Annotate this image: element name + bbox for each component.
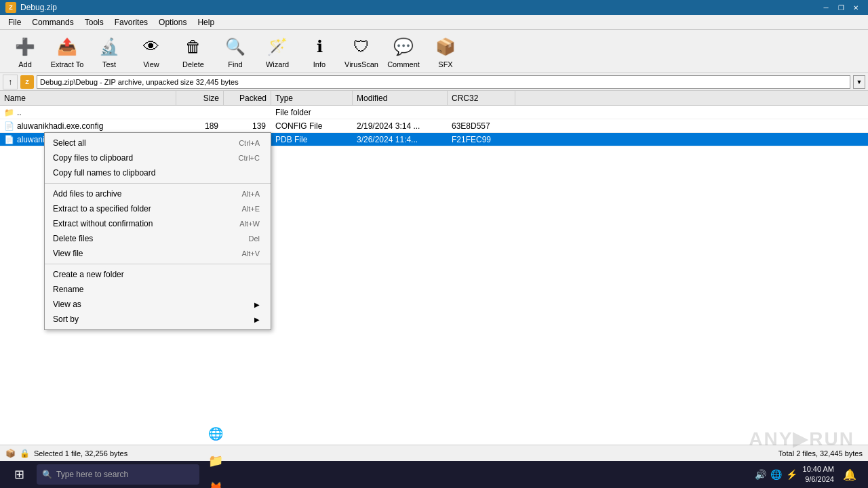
toolbar-label-find: Find (228, 60, 242, 68)
clock[interactable]: 10:40 AM 9/6/2024 (803, 464, 834, 485)
toolbar-label-sfx: SFX (438, 60, 452, 68)
taskbar-app-firefox[interactable]: 🦊 (201, 474, 231, 488)
nav-up-button[interactable]: ↑ (3, 75, 18, 89)
toolbar-icon-wizard: 🪄 (265, 35, 290, 59)
toolbar-icon-find: 🔍 (223, 35, 248, 59)
toolbar-btn-add[interactable]: ➕ Add (5, 33, 45, 70)
tray-icon-1: 🔊 (755, 469, 766, 480)
status-total-text: Total 2 files, 32,445 bytes (778, 449, 863, 458)
col-header-type[interactable]: Type (271, 91, 353, 105)
file-row[interactable]: 📄aluwanikhadi.exe.config189139CONFIG Fil… (0, 119, 868, 133)
col-header-packed[interactable]: Packed (224, 91, 271, 105)
context-menu-item-view-file[interactable]: View fileAlt+V (45, 246, 271, 261)
col-header-size[interactable]: Size (176, 91, 224, 105)
minimize-button[interactable]: ─ (819, 3, 833, 12)
taskbar-app-edge[interactable]: 🌐 (201, 420, 231, 447)
notification-button[interactable]: 🔔 (840, 461, 860, 488)
context-menu-shortcut: Ctrl+C (239, 154, 260, 162)
close-button[interactable]: ✕ (849, 3, 863, 12)
context-menu-item-copy-full-names-to-clipboard[interactable]: Copy full names to clipboard (45, 165, 271, 180)
context-menu-item-delete-files[interactable]: Delete filesDel (45, 231, 271, 246)
menu-item-commands[interactable]: Commands (26, 16, 79, 28)
col-header-modified[interactable]: Modified (353, 91, 448, 105)
address-input[interactable] (37, 75, 850, 89)
context-menu-shortcut: Del (248, 235, 260, 243)
context-menu-item-label: Sort by (53, 314, 79, 324)
context-menu-item-copy-files-to-clipboard[interactable]: Copy files to clipboardCtrl+C (45, 150, 271, 165)
toolbar-btn-view[interactable]: 👁 View (132, 33, 171, 70)
toolbar-btn-extract-to[interactable]: 📤 Extract To (47, 33, 87, 70)
toolbar-icon-view: 👁 (139, 35, 163, 59)
status-icon-1: 📦 (5, 449, 16, 458)
toolbar-btn-sfx[interactable]: 📦 SFX (426, 33, 465, 70)
toolbar-label-view: View (143, 60, 159, 68)
context-menu-item-label: View as (53, 300, 81, 309)
context-menu-item-label: Copy full names to clipboard (53, 168, 155, 178)
context-menu-item-extract-to-a-specified-folder[interactable]: Extract to a specified folderAlt+E (45, 201, 271, 216)
title-text: Debug.zip (20, 3, 819, 12)
toolbar-btn-comment[interactable]: 💬 Comment (384, 33, 423, 70)
context-menu-shortcut: Alt+A (241, 190, 260, 198)
context-menu-divider (45, 264, 271, 264)
menu-item-favorites[interactable]: Favorites (109, 16, 153, 28)
context-menu-item-add-files-to-archive[interactable]: Add files to archiveAlt+A (45, 186, 271, 201)
context-menu-item-rename[interactable]: Rename (45, 282, 271, 297)
watermark: ANY▶RUN (749, 428, 854, 450)
context-menu-shortcut: Alt+W (239, 220, 260, 228)
context-menu-item-label: Select all (53, 138, 86, 148)
address-bar: ↑ Z ▼ (0, 73, 868, 91)
context-menu-item-create-a-new-folder[interactable]: Create a new folder (45, 267, 271, 282)
context-menu-item-select-all[interactable]: Select allCtrl+A (45, 136, 271, 150)
toolbar-btn-delete[interactable]: 🗑 Delete (174, 33, 213, 70)
toolbar-label-wizard: Wizard (266, 60, 289, 68)
file-icon: 📄 (4, 121, 14, 131)
context-menu-item-label: Rename (53, 285, 83, 294)
toolbar-btn-find[interactable]: 🔍 Find (216, 33, 255, 70)
context-menu-item-view-as[interactable]: View as▶ (45, 297, 271, 312)
context-menu-item-label: Create a new folder (53, 270, 124, 279)
toolbar-label-virusscan: VirusScan (344, 60, 378, 68)
toolbar-btn-virusscan[interactable]: 🛡 VirusScan (342, 33, 381, 70)
menu-bar: FileCommandsToolsFavoritesOptionsHelp (0, 15, 868, 30)
tray-icon-2: 🌐 (770, 469, 782, 480)
file-cell-modified: 2/19/2024 3:14 ... (353, 121, 448, 131)
address-dropdown[interactable]: ▼ (853, 75, 865, 89)
menu-item-tools[interactable]: Tools (79, 16, 109, 28)
context-menu-item-label: Add files to archive (53, 189, 121, 199)
file-cell-name: 📄aluwanikhadi.exe.config (0, 121, 176, 131)
file-cell-type: File folder (271, 108, 353, 117)
context-menu-item-label: Copy files to clipboard (53, 153, 133, 163)
start-button[interactable]: ⊞ (3, 461, 35, 488)
menu-item-options[interactable]: Options (153, 16, 192, 28)
toolbar-btn-wizard[interactable]: 🪄 Wizard (258, 33, 297, 70)
file-icon: 📁 (4, 108, 14, 117)
file-cell-type: PDB File (271, 135, 353, 144)
file-cell-name: 📁.. (0, 108, 176, 117)
context-menu: Select allCtrl+ACopy files to clipboardC… (44, 132, 271, 330)
submenu-arrow-icon: ▶ (254, 316, 260, 323)
restore-button[interactable]: ❐ (834, 3, 848, 12)
status-left: 📦 🔒 Selected 1 file, 32,256 bytes (5, 449, 776, 458)
context-menu-item-sort-by[interactable]: Sort by▶ (45, 312, 271, 327)
menu-item-file[interactable]: File (3, 16, 26, 28)
col-header-crc32[interactable]: CRC32 (448, 91, 515, 105)
context-menu-item-label: Extract to a specified folder (53, 204, 151, 214)
toolbar-btn-test[interactable]: 🔬 Test (90, 33, 129, 70)
toolbar-btn-info[interactable]: ℹ Info (300, 33, 339, 70)
tray-icon-3: ⚡ (786, 469, 797, 480)
context-menu-shortcut: Alt+E (241, 205, 260, 213)
context-menu-item-extract-without-confirmation[interactable]: Extract without confirmationAlt+W (45, 216, 271, 231)
toolbar-label-test: Test (102, 60, 116, 68)
toolbar-icon-info: ℹ (307, 35, 332, 59)
taskbar-app-file-explorer[interactable]: 📁 (201, 447, 231, 474)
file-row[interactable]: 📁..File folder (0, 106, 868, 119)
search-icon: 🔍 (42, 470, 52, 479)
toolbar-label-info: Info (313, 60, 326, 68)
clock-date: 9/6/2024 (803, 474, 834, 485)
menu-item-help[interactable]: Help (192, 16, 220, 28)
toolbar-label-add: Add (18, 60, 32, 68)
search-bar: 🔍 Type here to search (37, 464, 199, 485)
status-bar: 📦 🔒 Selected 1 file, 32,256 bytes Total … (0, 445, 868, 461)
col-header-name[interactable]: Name (0, 91, 176, 105)
context-menu-divider (45, 183, 271, 184)
